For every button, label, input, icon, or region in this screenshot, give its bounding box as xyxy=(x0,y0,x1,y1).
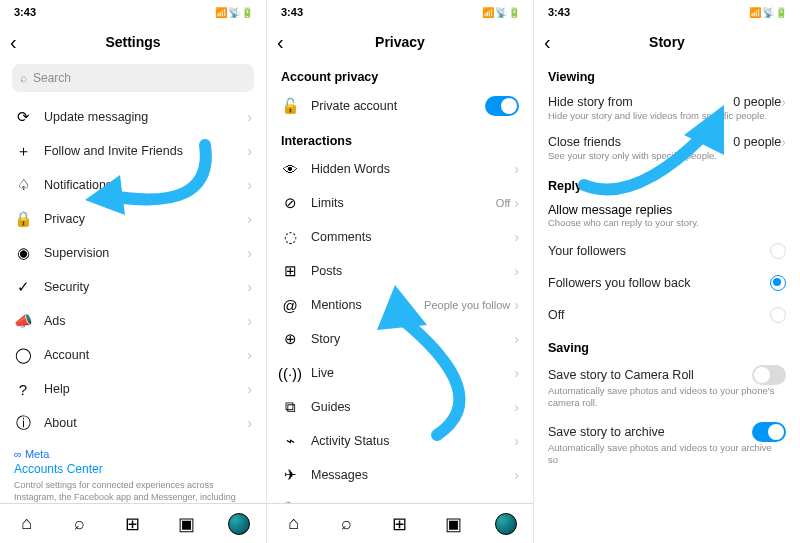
settings-row-follow-and-invite-friends[interactable]: ＋Follow and Invite Friends› xyxy=(0,134,266,168)
search-input[interactable]: ⌕ Search xyxy=(12,64,254,92)
story-screen: 3:43 📶 📡 🔋 ‹ Story Viewing Hide story fr… xyxy=(534,0,800,543)
save-camera-toggle[interactable] xyxy=(752,365,786,385)
hide-story-row[interactable]: Hide story from 0 people › Hide your sto… xyxy=(534,88,800,128)
meta-block: ∞ Meta Accounts Center Control settings … xyxy=(0,440,266,503)
chevron-icon: › xyxy=(247,109,252,125)
chevron-icon: › xyxy=(514,399,519,415)
chevron-icon: › xyxy=(514,161,519,177)
reply-option-your-followers[interactable]: Your followers xyxy=(534,235,800,267)
settings-row-help[interactable]: ?Help› xyxy=(0,372,266,406)
viewing-header: Viewing xyxy=(534,60,800,88)
privacy-row-guides[interactable]: ⧉Guides› xyxy=(267,390,533,424)
tab-bar: ⌂ ⌕ ⊞ ▣ xyxy=(267,503,533,543)
settings-row-about[interactable]: ⓘAbout› xyxy=(0,406,266,440)
chevron-icon: › xyxy=(514,501,519,503)
privacy-row-activity-status[interactable]: ⌁Activity Status› xyxy=(267,424,533,458)
page-title: Settings xyxy=(0,34,266,50)
settings-screen: 3:43 📶 📡 🔋 ‹ Settings ⌕ Search ⟳Update m… xyxy=(0,0,267,543)
settings-row-security[interactable]: ✓Security› xyxy=(0,270,266,304)
settings-row-account[interactable]: ◯Account› xyxy=(0,338,266,372)
private-account-toggle[interactable] xyxy=(485,96,519,116)
lock-icon: 🔓 xyxy=(281,97,299,115)
privacy-row-live[interactable]: ((·))Live› xyxy=(267,356,533,390)
hidden-words-icon: 👁 xyxy=(281,160,299,178)
info-icon: ⓘ xyxy=(14,414,32,432)
privacy-row-limits[interactable]: ⊘LimitsOff› xyxy=(267,186,533,220)
back-button[interactable]: ‹ xyxy=(277,31,284,54)
avatar[interactable] xyxy=(228,513,250,535)
close-friends-row[interactable]: Close friends 0 people › See your story … xyxy=(534,128,800,168)
account-privacy-header: Account privacy xyxy=(267,60,533,88)
megaphone-icon: 📣 xyxy=(14,312,32,330)
radio-button[interactable] xyxy=(770,307,786,323)
hide-story-sub: Hide your story and live videos from spe… xyxy=(548,110,786,122)
search-tab-icon[interactable]: ⌕ xyxy=(69,513,91,535)
private-account-label: Private account xyxy=(311,99,485,113)
status-indicators: 📶 📡 🔋 xyxy=(749,7,786,18)
bell-icon: ♤ xyxy=(14,176,32,194)
back-button[interactable]: ‹ xyxy=(10,31,17,54)
row-value: Off xyxy=(496,197,510,209)
privacy-row-hidden-words[interactable]: 👁Hidden Words› xyxy=(267,152,533,186)
chevron-icon: › xyxy=(247,245,252,261)
reply-option-followers-you-follow-back[interactable]: Followers you follow back xyxy=(534,267,800,299)
chevron-icon: › xyxy=(514,263,519,279)
privacy-row-comments[interactable]: ◌Comments› xyxy=(267,220,533,254)
row-label: End-to-end Encryption xyxy=(311,502,514,503)
row-value: People you follow xyxy=(424,299,510,311)
row-label: Supervision xyxy=(44,246,247,260)
option-label: Off xyxy=(548,308,770,322)
create-icon[interactable]: ⊞ xyxy=(389,513,411,535)
row-label: Security xyxy=(44,280,247,294)
chevron-icon: › xyxy=(247,347,252,363)
privacy-row-posts[interactable]: ⊞Posts› xyxy=(267,254,533,288)
accounts-center-link[interactable]: Accounts Center xyxy=(14,462,252,476)
chevron-icon: › xyxy=(514,365,519,381)
home-icon[interactable]: ⌂ xyxy=(283,513,305,535)
settings-row-supervision[interactable]: ◉Supervision› xyxy=(0,236,266,270)
saving-header: Saving xyxy=(534,331,800,359)
settings-row-ads[interactable]: 📣Ads› xyxy=(0,304,266,338)
row-label: Story xyxy=(311,332,514,346)
row-label: Ads xyxy=(44,314,247,328)
private-account-row[interactable]: 🔓 Private account xyxy=(267,88,533,124)
privacy-row-end-to-end-encryption[interactable]: 🔐End-to-end Encryption› xyxy=(267,492,533,503)
back-button[interactable]: ‹ xyxy=(544,31,551,54)
row-label: Help xyxy=(44,382,247,396)
status-indicators: 📶 📡 🔋 xyxy=(482,7,519,18)
reply-option-off[interactable]: Off xyxy=(534,299,800,331)
save-archive-label: Save story to archive xyxy=(548,425,665,439)
save-archive-row[interactable]: Save story to archive Automatically save… xyxy=(534,416,800,473)
radio-button[interactable] xyxy=(770,275,786,291)
row-label: Guides xyxy=(311,400,514,414)
settings-row-update-messaging[interactable]: ⟳Update messaging› xyxy=(0,100,266,134)
privacy-row-mentions[interactable]: @MentionsPeople you follow› xyxy=(267,288,533,322)
chevron-icon: › xyxy=(514,229,519,245)
home-icon[interactable]: ⌂ xyxy=(16,513,38,535)
privacy-row-story[interactable]: ⊕Story› xyxy=(267,322,533,356)
status-time: 3:43 xyxy=(14,6,36,18)
chevron-icon: › xyxy=(247,143,252,159)
radio-button[interactable] xyxy=(770,243,786,259)
privacy-row-messages[interactable]: ✈Messages› xyxy=(267,458,533,492)
save-archive-toggle[interactable] xyxy=(752,422,786,442)
reels-icon[interactable]: ▣ xyxy=(175,513,197,535)
settings-row-notifications[interactable]: ♤Notifications› xyxy=(0,168,266,202)
save-camera-row[interactable]: Save story to Camera Roll Automatically … xyxy=(534,359,800,416)
settings-row-privacy[interactable]: 🔒Privacy› xyxy=(0,202,266,236)
chevron-icon: › xyxy=(514,331,519,347)
chevron-icon: › xyxy=(514,433,519,449)
reels-icon[interactable]: ▣ xyxy=(442,513,464,535)
close-friends-sub: See your story only with specific people… xyxy=(548,150,786,162)
option-label: Followers you follow back xyxy=(548,276,770,290)
row-label: Hidden Words xyxy=(311,162,514,176)
live-icon: ((·)) xyxy=(281,364,299,382)
replying-header: Replying xyxy=(534,169,800,197)
create-icon[interactable]: ⊞ xyxy=(122,513,144,535)
avatar[interactable] xyxy=(495,513,517,535)
row-label: Messages xyxy=(311,468,514,482)
search-tab-icon[interactable]: ⌕ xyxy=(336,513,358,535)
save-archive-sub: Automatically save photos and videos to … xyxy=(548,442,786,467)
nav-bar: ‹ Story xyxy=(534,24,800,60)
allow-replies-sub: Choose who can reply to your story. xyxy=(548,217,786,229)
